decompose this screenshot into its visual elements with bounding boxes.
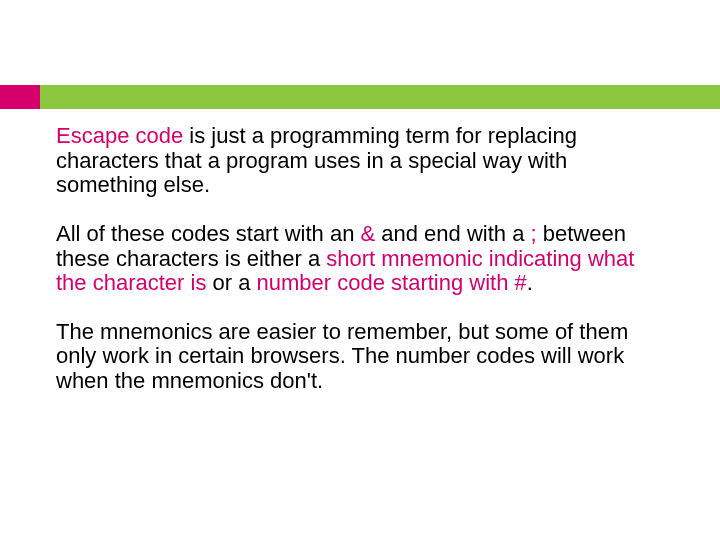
text: All of these codes start with an (56, 221, 361, 246)
text: The mnemonics are easier to remember, bu… (56, 319, 628, 393)
slide-body: Escape code is just a programming term f… (56, 124, 666, 418)
symbol-ampersand: & (361, 221, 376, 246)
slide: Escape code is just a programming term f… (0, 0, 720, 540)
paragraph-2: All of these codes start with an & and e… (56, 222, 666, 296)
header-accent-block (0, 85, 40, 109)
paragraph-1: Escape code is just a programming term f… (56, 124, 666, 198)
term-number-code: number code starting with # (257, 270, 527, 295)
header-bar (0, 85, 720, 109)
term-escape-code: Escape code (56, 123, 183, 148)
paragraph-3: The mnemonics are easier to remember, bu… (56, 320, 666, 394)
text: and end with a (375, 221, 530, 246)
text: or a (206, 270, 256, 295)
text: . (527, 270, 533, 295)
